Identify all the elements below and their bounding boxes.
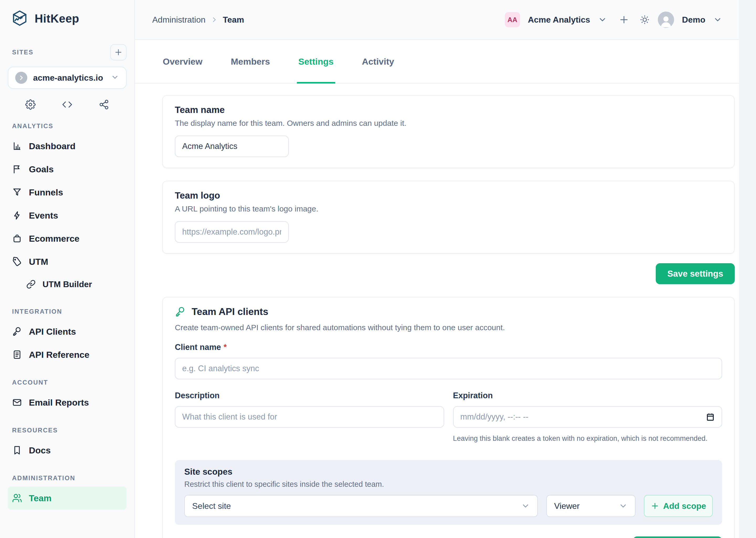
add-site-button[interactable]	[110, 44, 126, 60]
expiration-input[interactable]	[453, 406, 722, 428]
expiration-help: Leaving this blank creates a token with …	[453, 435, 722, 443]
tab-activity[interactable]: Activity	[360, 40, 396, 83]
sidebar-item-label: API Clients	[29, 327, 76, 337]
section-account-label: ACCOUNT	[12, 379, 126, 386]
sidebar-item-ecommerce[interactable]: Ecommerce	[8, 227, 126, 250]
sidebar-item-api-clients[interactable]: API Clients	[8, 320, 126, 343]
api-clients-title: Team API clients	[192, 306, 268, 317]
sites-header: SITES	[8, 44, 126, 60]
tab-members[interactable]: Members	[229, 40, 271, 83]
sidebar-item-utm-builder[interactable]: UTM Builder	[8, 273, 126, 295]
sidebar-item-docs[interactable]: Docs	[8, 439, 126, 462]
description-column: Description	[175, 391, 444, 443]
topbar: Administration Team AA Acme Analytics	[135, 0, 739, 40]
sidebar-item-label: UTM	[29, 257, 48, 267]
avatar[interactable]	[658, 12, 674, 28]
chevron-down-icon[interactable]	[713, 15, 722, 24]
client-description-input[interactable]	[175, 406, 444, 428]
client-name-input[interactable]	[175, 358, 722, 379]
expiration-label: Expiration	[453, 391, 722, 400]
breadcrumb: Administration Team	[152, 15, 244, 25]
api-clients-description: Create team-owned API clients for shared…	[175, 323, 722, 332]
tag-icon	[12, 257, 22, 267]
team-logo-title: Team logo	[175, 190, 722, 201]
add-scope-button[interactable]: Add scope	[644, 495, 713, 517]
sidebar-item-label: Docs	[29, 445, 51, 456]
key-icon	[12, 327, 22, 337]
breadcrumb-current: Team	[223, 15, 244, 25]
bookmark-icon	[12, 445, 22, 455]
bar-chart-icon	[12, 141, 22, 151]
site-scopes-panel: Site scopes Restrict this client to spec…	[175, 460, 722, 525]
client-name-label: Client name *	[175, 343, 722, 352]
site-scopes-title: Site scopes	[184, 467, 713, 477]
sites-label: SITES	[12, 49, 34, 56]
team-logo-description: A URL pointing to this team's logo image…	[175, 204, 722, 213]
logo: HitKeep	[11, 10, 126, 28]
site-scope-select[interactable]: Select site	[184, 495, 538, 517]
users-icon	[12, 493, 22, 503]
app-root: HitKeep SITES acme-analytics.io	[0, 0, 756, 538]
sidebar-item-events[interactable]: Events	[8, 204, 126, 227]
role-select[interactable]: Viewer	[546, 495, 636, 517]
required-marker: *	[224, 343, 227, 352]
chevron-down-icon[interactable]	[598, 15, 607, 24]
main-area: Administration Team AA Acme Analytics	[135, 0, 739, 538]
add-team-button[interactable]	[618, 14, 630, 25]
add-scope-label: Add scope	[663, 501, 706, 511]
funnel-icon	[12, 187, 22, 197]
site-tools	[8, 99, 126, 110]
site-selector[interactable]: acme-analytics.io	[8, 67, 126, 89]
role-select-value: Viewer	[554, 501, 580, 511]
team-logo-input[interactable]	[175, 221, 289, 243]
tab-overview[interactable]: Overview	[161, 40, 204, 83]
team-initials-badge: AA	[505, 12, 520, 27]
chevron-down-icon	[619, 502, 628, 511]
client-meta-row: Description Expiration Leaving this blan…	[175, 391, 722, 443]
book-icon	[12, 350, 22, 360]
sidebar-item-label: Goals	[29, 164, 54, 175]
link-icon	[26, 280, 36, 289]
sidebar-item-goals[interactable]: Goals	[8, 158, 126, 181]
description-label: Description	[175, 391, 444, 400]
team-switcher-name[interactable]: Acme Analytics	[528, 15, 590, 25]
site-selector-value: acme-analytics.io	[33, 73, 105, 83]
sidebar-item-label: Dashboard	[29, 141, 75, 151]
tab-settings[interactable]: Settings	[297, 40, 335, 83]
app-title: HitKeep	[35, 12, 79, 25]
sidebar-item-api-reference[interactable]: API Reference	[8, 343, 126, 366]
sidebar-item-label: Funnels	[29, 187, 63, 197]
sidebar-item-label: Team	[29, 493, 51, 503]
code-icon[interactable]	[62, 99, 72, 110]
site-chevron-circle-icon	[15, 72, 27, 84]
sidebar-item-funnels[interactable]: Funnels	[8, 181, 126, 204]
save-row: Save settings	[162, 263, 735, 284]
sidebar-item-dashboard[interactable]: Dashboard	[8, 134, 126, 158]
sidebar-item-label: UTM Builder	[42, 280, 92, 289]
sidebar-item-email-reports[interactable]: Email Reports	[8, 391, 126, 414]
breadcrumb-parent[interactable]: Administration	[152, 15, 206, 25]
create-client-button[interactable]: Create client	[633, 536, 722, 538]
site-scopes-description: Restrict this client to specific sites i…	[184, 480, 713, 489]
chevron-down-icon	[521, 502, 530, 511]
expiration-input-wrap	[453, 406, 722, 428]
sidebar-item-utm[interactable]: UTM	[8, 250, 126, 273]
bolt-icon	[12, 210, 22, 220]
chevron-right-icon	[211, 16, 217, 23]
key-icon	[175, 306, 186, 317]
save-settings-button[interactable]: Save settings	[656, 263, 735, 284]
team-name-card: Team name The display name for this team…	[162, 95, 735, 168]
calendar-icon[interactable]	[706, 412, 715, 421]
team-name-title: Team name	[175, 105, 722, 115]
shopping-bag-icon	[12, 234, 22, 243]
plus-icon	[618, 14, 630, 25]
user-menu-name[interactable]: Demo	[682, 15, 705, 25]
team-name-input[interactable]	[175, 135, 289, 157]
sidebar-item-team[interactable]: Team	[8, 487, 126, 510]
gear-icon[interactable]	[25, 99, 36, 110]
section-resources-label: RESOURCES	[12, 427, 126, 434]
team-logo-card: Team logo A URL pointing to this team's …	[162, 181, 735, 254]
section-analytics-label: ANALYTICS	[12, 123, 126, 130]
theme-toggle-sun-icon[interactable]	[639, 15, 650, 25]
share-icon[interactable]	[99, 99, 109, 110]
